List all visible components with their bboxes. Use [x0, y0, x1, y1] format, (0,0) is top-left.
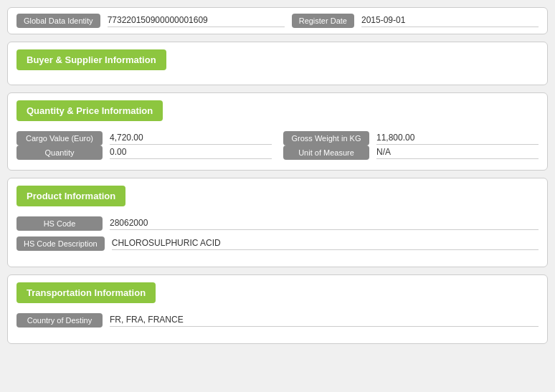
transportation-section: Transportation Information Country of De… — [7, 274, 548, 344]
country-of-destiny-value: FR, FRA, FRANCE — [110, 315, 539, 327]
cargo-gross-row: Cargo Value (Euro) 4,720.00 Gross Weight… — [16, 131, 539, 145]
country-of-destiny-label: Country of Destiny — [16, 313, 103, 328]
unit-of-measure-label: Unit of Measure — [283, 145, 369, 160]
transportation-body: Country of Destiny FR, FRA, FRANCE — [8, 310, 547, 343]
gross-weight-label: Gross Weight in KG — [283, 131, 369, 145]
gross-weight-col: Gross Weight in KG 11,800.00 — [283, 131, 539, 145]
hs-code-value: 28062000 — [110, 218, 539, 230]
product-body: HS Code 28062000 HS Code Description CHL… — [8, 214, 547, 267]
quantity-label: Quantity — [16, 145, 103, 160]
identity-row: Global Data Identity 7732201509000000016… — [7, 7, 548, 34]
unit-of-measure-col: Unit of Measure N/A — [283, 145, 539, 160]
hs-code-row: HS Code 28062000 — [16, 216, 539, 231]
register-date-value: 2015-09-01 — [361, 15, 539, 27]
quantity-price-title: Quantity & Price Information — [16, 100, 163, 121]
register-date-label: Register Date — [292, 14, 354, 28]
hs-code-label: HS Code — [16, 216, 103, 231]
quantity-value: 0.00 — [110, 147, 272, 159]
quantity-unit-row: Quantity 0.00 Unit of Measure N/A — [16, 145, 539, 160]
unit-of-measure-value: N/A — [376, 147, 539, 159]
quantity-price-section: Quantity & Price Information Cargo Value… — [7, 92, 548, 171]
transportation-title: Transportation Information — [16, 282, 156, 303]
hs-code-desc-label: HS Code Description — [16, 236, 105, 251]
quantity-col: Quantity 0.00 — [16, 145, 272, 160]
cargo-value-col: Cargo Value (Euro) 4,720.00 — [16, 131, 272, 145]
gross-weight-value: 11,800.00 — [376, 133, 539, 145]
hs-code-desc-value: CHLOROSULPHURIC ACID — [112, 238, 539, 250]
product-title: Product Information — [16, 186, 125, 206]
quantity-price-body: Cargo Value (Euro) 4,720.00 Gross Weight… — [8, 128, 547, 170]
page-wrapper: Global Data Identity 7732201509000000016… — [7, 7, 548, 344]
buyer-supplier-section: Buyer & Supplier Information — [7, 42, 548, 85]
cargo-value-label: Cargo Value (Euro) — [16, 131, 103, 145]
country-of-destiny-row: Country of Destiny FR, FRA, FRANCE — [16, 313, 539, 328]
buyer-supplier-title: Buyer & Supplier Information — [16, 49, 166, 70]
hs-code-desc-row: HS Code Description CHLOROSULPHURIC ACID — [16, 236, 539, 251]
product-section: Product Information HS Code 28062000 HS … — [7, 178, 548, 267]
global-data-label: Global Data Identity — [16, 14, 100, 28]
global-data-value: 773220150900000001609 — [108, 15, 285, 27]
cargo-value: 4,720.00 — [110, 133, 272, 145]
